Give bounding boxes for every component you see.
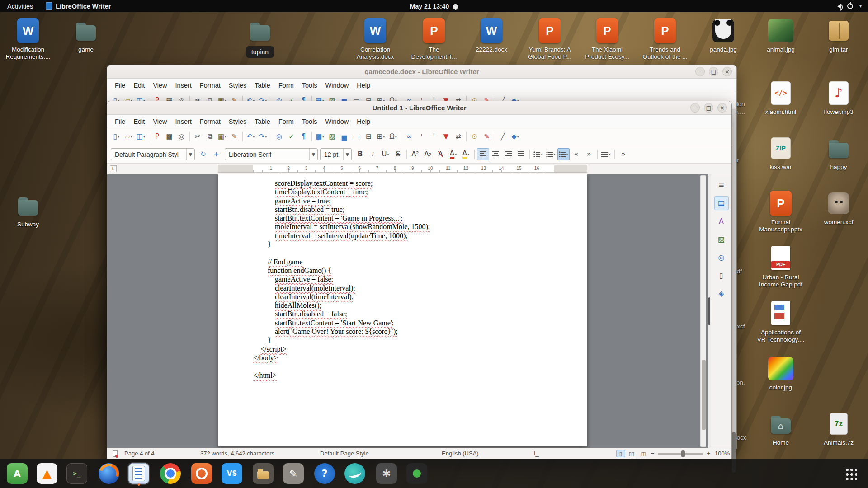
paragraph-style-select[interactable]: Default Paragraph Styl ▼: [111, 148, 195, 160]
ordered-list-button[interactable]: ▾: [545, 148, 557, 160]
insert-table-button[interactable]: ▦▾: [314, 131, 326, 143]
occluded-icon-label-0[interactable]: nionts....: [733, 100, 765, 116]
underline-button[interactable]: U▾: [379, 148, 392, 160]
gimp-dock-item[interactable]: [282, 462, 305, 485]
panda-jpg[interactable]: panda.jpg: [696, 17, 750, 53]
files-dock-item[interactable]: [252, 462, 274, 485]
back-minimize-button[interactable]: –: [695, 67, 705, 76]
language-status[interactable]: English (USA): [442, 450, 479, 457]
sidebar-grip-handle[interactable]: [708, 297, 710, 325]
menu-view[interactable]: View: [149, 116, 171, 127]
align-left-button[interactable]: [477, 148, 489, 160]
cut-button[interactable]: ✂: [192, 131, 204, 143]
dark-green-app-dock-item[interactable]: [406, 462, 428, 485]
formal-manuscript-pptx[interactable]: FormalManuscript.pptx: [754, 190, 808, 233]
line-spacing-button[interactable]: ▾: [600, 148, 612, 160]
settings-dock-item[interactable]: [375, 462, 398, 485]
insert-endnote-button[interactable]: ⁱ: [428, 131, 440, 143]
basic-shapes-button[interactable]: ◆▾: [509, 131, 521, 143]
back-menu-file[interactable]: File: [111, 80, 129, 91]
vscode-dock-item[interactable]: [221, 462, 243, 485]
back-menu-edit[interactable]: Edit: [129, 80, 149, 91]
insert-chart-button[interactable]: ▅: [338, 131, 350, 143]
back-menu-table[interactable]: Table: [250, 80, 274, 91]
bold-button[interactable]: B: [354, 148, 366, 160]
back-maximize-button[interactable]: □: [709, 67, 718, 76]
insert-page-break-button[interactable]: ⊟: [363, 131, 375, 143]
save-button[interactable]: ◫▾: [135, 131, 147, 143]
menu-edit[interactable]: Edit: [129, 116, 149, 127]
paste-button[interactable]: ▣▾: [216, 131, 228, 143]
highlight-color-button[interactable]: A▾: [460, 148, 472, 160]
document-page[interactable]: scoreDisplay.textContent = score; timeDi…: [218, 174, 587, 446]
gallery-deck-button[interactable]: ▨: [714, 232, 729, 246]
vertical-scrollbar[interactable]: [700, 175, 706, 447]
back-menu-styles[interactable]: Styles: [225, 80, 251, 91]
decrease-indent-button[interactable]: «: [570, 148, 582, 160]
strikethrough-button[interactable]: S: [392, 148, 404, 160]
insert-special-character-button[interactable]: Ω▾: [387, 131, 399, 143]
game-folder[interactable]: game: [59, 17, 113, 53]
insert-footnote-button[interactable]: ¹: [415, 131, 428, 143]
increase-indent-button[interactable]: »: [583, 148, 595, 160]
menu-window[interactable]: Window: [321, 116, 353, 127]
tab-stop-selector[interactable]: L: [110, 165, 117, 172]
find-and-replace-button[interactable]: ◎: [273, 131, 285, 143]
menu-help[interactable]: Help: [353, 116, 374, 127]
back-close-button[interactable]: ×: [722, 67, 732, 76]
flower-mp3[interactable]: flower.mp3: [811, 80, 866, 116]
insert-image-button[interactable]: ▨: [326, 131, 338, 143]
teal-swirl-app-dock-item[interactable]: [344, 462, 366, 485]
animal-jpg[interactable]: animal.jpg: [754, 17, 808, 53]
page-deck-button[interactable]: ▯: [714, 268, 729, 282]
insert-line-button[interactable]: ╱: [497, 131, 509, 143]
menu-table[interactable]: Table: [250, 116, 274, 127]
no-list-button[interactable]: ▾: [557, 148, 570, 160]
back-menu-form[interactable]: Form: [274, 80, 298, 91]
italic-button[interactable]: I: [367, 148, 379, 160]
chrome-dock-item[interactable]: [159, 462, 182, 485]
new-document-button[interactable]: ▯▾: [110, 131, 123, 143]
redo-button[interactable]: ↷▾: [257, 131, 269, 143]
print-preview-button[interactable]: ◎: [175, 131, 188, 143]
22222-docx[interactable]: 22222.docx: [464, 17, 519, 53]
back-menu-insert[interactable]: Insert: [171, 80, 196, 91]
scrollbar-thumb[interactable]: [702, 360, 706, 430]
unordered-list-button[interactable]: ▾: [532, 148, 544, 160]
toolbar-overflow-button[interactable]: »: [617, 148, 629, 160]
zoom-slider-thumb[interactable]: [681, 450, 685, 457]
superscript-button[interactable]: A²: [409, 148, 421, 160]
women-xcf[interactable]: women.xcf: [811, 190, 866, 226]
align-center-button[interactable]: [490, 148, 502, 160]
track-changes-button[interactable]: ✎: [481, 131, 493, 143]
formatting-marks-button[interactable]: ¶: [297, 131, 310, 143]
open-file-button[interactable]: ▱▾: [123, 131, 135, 143]
book-view-button[interactable]: ◫: [639, 450, 648, 457]
show-applications-dock-item[interactable]: [840, 462, 862, 485]
modification-requirements-docx[interactable]: ModificationRequirements....: [1, 17, 55, 61]
subway-folder[interactable]: Subway: [1, 192, 55, 228]
style-inspector-deck-button[interactable]: ◈: [714, 286, 729, 300]
new-style-button[interactable]: +: [210, 148, 222, 160]
print-button[interactable]: ▦: [163, 131, 175, 143]
align-right-button[interactable]: [502, 148, 514, 160]
back-menu-format[interactable]: Format: [196, 80, 225, 91]
help-dock-item[interactable]: [313, 462, 336, 485]
menu-file[interactable]: File: [111, 116, 129, 127]
clock-button[interactable]: May 21 13:40: [410, 3, 458, 10]
insert-hyperlink-button[interactable]: ∞: [403, 131, 415, 143]
zoom-in-button[interactable]: +: [707, 450, 710, 457]
activities-button[interactable]: Activities: [0, 0, 40, 12]
back-menu-tools[interactable]: Tools: [298, 80, 321, 91]
back-menu-help[interactable]: Help: [353, 80, 374, 91]
clear-formatting-button[interactable]: A: [434, 148, 447, 160]
font-color-button[interactable]: A▾: [447, 148, 459, 160]
correlation-analysis-docx[interactable]: CorrelationAnalysis.docx: [348, 17, 402, 61]
happy-folder[interactable]: happy: [811, 135, 866, 171]
align-justify-button[interactable]: [515, 148, 527, 160]
xiaomi-product-pptx[interactable]: The XiaomiProduct Ecosy...: [580, 17, 634, 61]
occluded-icon-label-1[interactable]: ar: [733, 156, 765, 164]
vlc-dock-item[interactable]: [36, 462, 58, 485]
export-pdf-button[interactable]: P: [151, 131, 163, 143]
insert-comment-button[interactable]: ⊙: [468, 131, 481, 143]
